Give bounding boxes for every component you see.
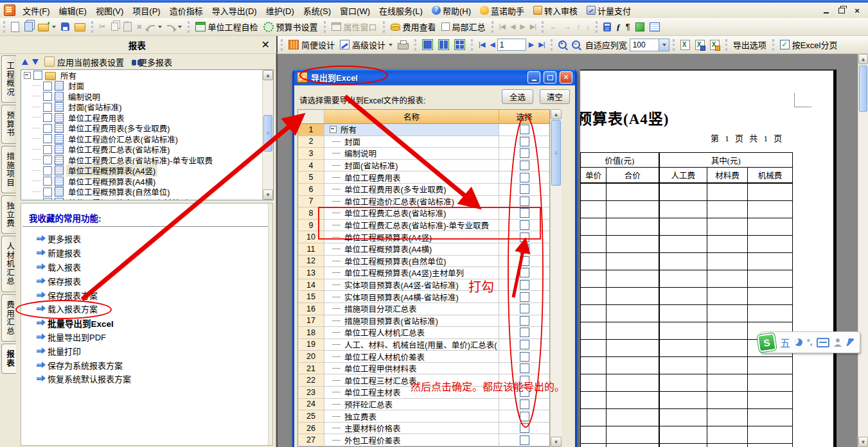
row-checkbox[interactable]	[520, 364, 529, 373]
person-icon[interactable]	[834, 338, 842, 347]
export-options-button[interactable]: 导出选项	[731, 37, 769, 52]
sidebar-tab-5[interactable]: 费用汇总	[1, 294, 16, 342]
row-checkbox[interactable]	[520, 244, 529, 254]
row-checkbox[interactable]	[520, 220, 529, 230]
row-checkbox[interactable]	[520, 197, 529, 206]
delete-button[interactable]: ×	[134, 21, 145, 33]
row-checkbox[interactable]	[520, 316, 529, 326]
row-checkbox[interactable]	[520, 412, 529, 421]
tree-row-7[interactable]: 单位工程费汇总表(省站标准)	[21, 145, 273, 155]
favorite-item-7[interactable]: 批量导出到PDF	[37, 330, 272, 344]
toolbar-grip[interactable]	[383, 21, 385, 33]
punctuation-icon[interactable]: °,	[807, 338, 812, 347]
export-excel-all-button[interactable]	[707, 39, 722, 51]
toolbar-grip[interactable]	[673, 39, 675, 51]
favorite-item-0[interactable]: 更多报表	[37, 232, 272, 246]
tree-row-11[interactable]: 单位工程概预算表(自然单位)	[21, 187, 273, 198]
row-name-cell[interactable]: 单位工程人材机价差表	[324, 351, 499, 362]
keyboard-icon[interactable]	[817, 338, 829, 347]
dialog-grid-row-22[interactable]: 22单位工程三材汇总表	[298, 374, 549, 387]
row-name-cell[interactable]: 措施项目预算表(省站标准)	[324, 315, 499, 327]
tree-row-9[interactable]: 单位工程概预算表(A4竖)	[21, 166, 273, 177]
tree-checkbox[interactable]	[43, 92, 52, 101]
new-file-button[interactable]	[8, 21, 22, 33]
row-name-cell[interactable]: 单位工程造价汇总表(省站标准)	[324, 196, 499, 207]
row-name-cell[interactable]: 封面(省站标准)	[324, 160, 499, 171]
tree-checkbox[interactable]	[43, 134, 52, 143]
row-name-cell[interactable]: 单位工程费用表(多专业取费)	[324, 184, 499, 195]
row-name-cell[interactable]: 措施项目分项汇总表	[324, 303, 499, 315]
panel-close-icon[interactable]: ✕	[255, 39, 276, 51]
menu-item-9[interactable]: 在线服务(L)	[375, 3, 427, 19]
copy-button[interactable]	[109, 21, 121, 32]
favorite-item-8[interactable]: 批量打印	[37, 344, 272, 358]
scroll-down-icon[interactable]: ▼	[551, 437, 562, 447]
row-checkbox[interactable]	[520, 173, 529, 182]
row-checkbox[interactable]	[520, 148, 529, 158]
sidebar-tab-3[interactable]: 独立费	[1, 195, 16, 234]
print-button[interactable]	[395, 39, 411, 51]
row-checkbox[interactable]	[520, 268, 529, 277]
tree-checkbox[interactable]	[43, 177, 52, 186]
fee-view-button[interactable]: 费用查看	[388, 19, 439, 34]
dialog-grid-row-17[interactable]: 17措施项目预算表(省站标准)	[298, 315, 549, 328]
paragraph-button[interactable]: ¶	[623, 21, 633, 33]
excel-paging-toggle[interactable]: ✓按Excel分页	[777, 37, 840, 52]
select-all-button[interactable]: 全选	[502, 89, 533, 104]
favorites-scrollbar[interactable]	[268, 204, 272, 445]
toolbar-grip[interactable]	[772, 39, 774, 51]
last-record-button[interactable]: ▶|	[527, 21, 538, 32]
toolbar-grip[interactable]	[551, 39, 553, 51]
dialog-grid-row-18[interactable]: 18单位工程人材机汇总表	[298, 327, 549, 339]
row-name-cell[interactable]: 单位工程费汇总表(省站标准)-单专业取费	[324, 220, 499, 231]
dialog-grid-row-10[interactable]: 10单位工程概预算表(A4竖)	[298, 231, 549, 243]
two-page-view-button[interactable]	[436, 38, 452, 51]
row-name-cell[interactable]: 单位工程概预算表(自然单位)	[324, 256, 499, 267]
row-name-cell[interactable]: 编制说明	[324, 148, 499, 159]
favorite-item-2[interactable]: 载入报表	[37, 260, 272, 274]
tree-row-8[interactable]: 单位工程费汇总表(省站标准)-单专业取费	[21, 155, 273, 166]
move-down-icon[interactable]	[32, 59, 39, 65]
tree-checkbox[interactable]	[43, 113, 52, 122]
restore-icon[interactable]	[837, 6, 846, 15]
ime-toolbar[interactable]: S 五 °,	[760, 331, 860, 353]
dialog-close-icon[interactable]: ✕	[560, 71, 572, 83]
move-left-button[interactable]: ←	[547, 21, 560, 33]
row-checkbox[interactable]	[520, 423, 529, 433]
row-checkbox[interactable]	[520, 280, 529, 290]
self-check-button[interactable]: 单位工程自检	[193, 19, 261, 34]
favorite-item-3[interactable]: 保存报表	[37, 274, 272, 288]
tree-checkbox[interactable]	[43, 145, 52, 154]
row-checkbox[interactable]	[520, 161, 529, 170]
toolbar-grip[interactable]	[542, 21, 544, 33]
minimize-icon[interactable]	[822, 6, 831, 15]
tree-row-root[interactable]: 所有	[21, 70, 273, 81]
row-checkbox[interactable]	[520, 376, 529, 385]
tree-checkbox[interactable]	[43, 82, 52, 91]
sidebar-tab-1[interactable]: 预算书	[1, 105, 16, 144]
menu-item-2[interactable]: 视图(V)	[91, 3, 128, 19]
row-name-cell[interactable]: 单位工程概预算表(A4竖)	[324, 231, 499, 243]
toolbar-grip[interactable]	[596, 21, 598, 33]
close-project-button[interactable]	[72, 21, 88, 33]
page-number-input[interactable]: 1	[497, 39, 526, 51]
new-project-button[interactable]	[22, 21, 35, 33]
expander-icon[interactable]	[330, 126, 337, 133]
dialog-grid-row-4[interactable]: 4封面(省站标准)	[298, 160, 549, 172]
tree-checkbox[interactable]	[43, 155, 52, 164]
dialog-grid-row-26[interactable]: 26主要材料价格表	[298, 423, 549, 435]
row-name-cell[interactable]: 实体项目预算表(A4竖-省站标准)	[324, 279, 499, 291]
tree-row-3[interactable]: 封面(省站标准)	[21, 102, 273, 113]
favorite-item-10[interactable]: 恢复系统默认报表方案	[37, 372, 272, 386]
partial-total-button[interactable]: 局部汇总	[439, 19, 488, 34]
menu-item-7[interactable]: 系统(S)	[299, 3, 335, 19]
tree-row-4[interactable]: 单位工程费用表	[21, 112, 273, 123]
zoom-in-button[interactable]: +	[556, 39, 569, 50]
open-button[interactable]	[35, 21, 58, 33]
tree-checkbox[interactable]	[43, 103, 52, 112]
row-checkbox[interactable]	[520, 352, 529, 362]
undo-button[interactable]	[145, 21, 164, 32]
scroll-up-icon[interactable]: ▲	[551, 109, 562, 119]
row-checkbox[interactable]	[520, 304, 529, 313]
toolbar-grip[interactable]	[414, 39, 416, 51]
